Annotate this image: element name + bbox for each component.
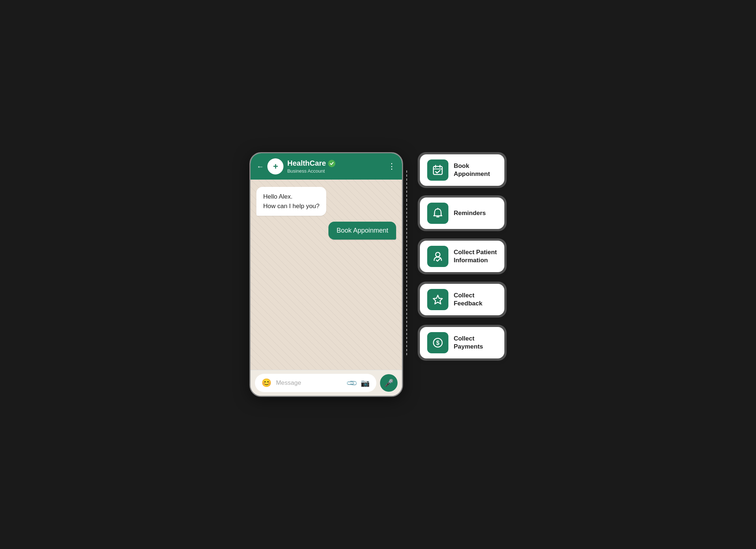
feedback-card[interactable]: CollectFeedback (420, 284, 504, 315)
sent-message: Book Appoinment (328, 222, 396, 240)
avatar-plus-icon: + (273, 162, 278, 171)
svg-marker-12 (433, 295, 443, 304)
feedback-label: CollectFeedback (454, 292, 482, 308)
message-placeholder: Message (276, 379, 343, 387)
payments-icon-box: $ (427, 332, 448, 353)
svg-point-11 (436, 252, 440, 257)
features-panel: BookAppoinment Reminders (418, 152, 506, 361)
scene: ← + HealthCare Business Account ⋮ (235, 138, 521, 411)
avatar: + (267, 158, 283, 174)
received-message: Hello Alex. How can I help you? (256, 187, 326, 216)
book-appointment-card-wrapper: BookAppoinment (418, 152, 506, 188)
header-name-row: HealthCare (287, 159, 384, 168)
business-name: HealthCare (287, 159, 326, 168)
chat-input-bar: 😊 Message 📎 📷 🎤 (251, 370, 402, 396)
back-button[interactable]: ← (256, 162, 264, 171)
business-subtitle: Business Account (287, 168, 384, 174)
attachment-icon[interactable]: 📎 (346, 377, 358, 390)
payments-label: CollectPayments (454, 335, 483, 351)
patient-info-card-wrapper: Collect PatientInformation (418, 238, 506, 274)
reminders-card-wrapper: Reminders (418, 195, 506, 231)
mic-button[interactable]: 🎤 (380, 374, 398, 392)
feedback-icon-box (427, 289, 448, 310)
emoji-icon[interactable]: 😊 (262, 378, 271, 388)
chat-header: ← + HealthCare Business Account ⋮ (251, 153, 402, 180)
reminders-card[interactable]: Reminders (420, 198, 504, 229)
chat-body: Hello Alex. How can I help you? Book App… (251, 180, 402, 370)
header-info: HealthCare Business Account (287, 159, 384, 174)
reminders-label: Reminders (454, 209, 486, 217)
message-input-field[interactable]: 😊 Message 📎 📷 (255, 374, 376, 392)
sent-message-text: Book Appoinment (336, 227, 388, 234)
received-message-line2: How can I help you? (263, 202, 319, 211)
reminders-icon-box (427, 203, 448, 224)
more-options-button[interactable]: ⋮ (388, 162, 396, 171)
verified-badge (328, 160, 335, 167)
feedback-card-wrapper: CollectFeedback (418, 282, 506, 317)
book-appointment-icon-box (427, 159, 448, 181)
svg-text:$: $ (436, 340, 440, 346)
book-appointment-label: BookAppoinment (454, 162, 490, 178)
patient-info-card[interactable]: Collect PatientInformation (420, 241, 504, 272)
camera-icon[interactable]: 📷 (361, 379, 370, 387)
payments-card[interactable]: $ CollectPayments (420, 327, 504, 358)
patient-info-label: Collect PatientInformation (454, 248, 497, 264)
payments-card-wrapper: $ CollectPayments (418, 325, 506, 361)
book-appointment-card[interactable]: BookAppoinment (420, 154, 504, 186)
phone-ui: ← + HealthCare Business Account ⋮ (249, 152, 403, 397)
received-message-line1: Hello Alex. (263, 192, 319, 202)
patient-info-icon-box (427, 246, 448, 267)
mic-icon: 🎤 (384, 379, 394, 387)
svg-rect-5 (433, 166, 442, 174)
